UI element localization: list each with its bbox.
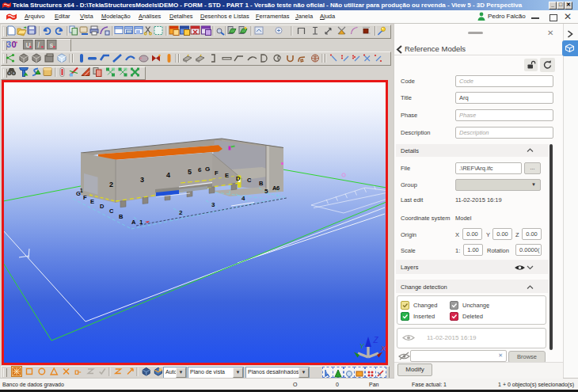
svg-text:D: D: [100, 203, 105, 210]
svg-text:F: F: [83, 194, 87, 201]
svg-text:B: B: [119, 213, 124, 220]
svg-text:5: 5: [264, 188, 268, 195]
svg-text:4: 4: [166, 171, 170, 179]
svg-text:s: s: [50, 41, 54, 49]
svg-text:E: E: [90, 198, 94, 205]
svg-text:F: F: [215, 169, 219, 177]
svg-text:3: 3: [6, 40, 11, 49]
svg-text:3: 3: [140, 176, 144, 184]
svg-text:6: 6: [276, 185, 279, 192]
svg-text:Y: Y: [359, 342, 365, 350]
svg-text:A: A: [131, 219, 136, 226]
svg-text:3: 3: [211, 201, 215, 208]
svg-text:C: C: [247, 177, 252, 184]
svg-text:B: B: [259, 180, 264, 187]
svg-text:Z: Z: [373, 336, 379, 344]
svg-text:6: 6: [198, 166, 202, 173]
svg-text:0: 0: [12, 40, 17, 49]
svg-text:D: D: [236, 175, 241, 182]
svg-text:5: 5: [188, 168, 192, 176]
svg-text:2: 2: [179, 209, 183, 216]
svg-text:1: 1: [80, 188, 83, 193]
svg-text:2: 2: [109, 181, 113, 188]
svg-text:G: G: [205, 166, 210, 173]
svg-text:4: 4: [241, 195, 245, 202]
svg-text:1: 1: [139, 219, 143, 226]
svg-text:X: X: [380, 344, 386, 352]
svg-text:C: C: [109, 207, 114, 215]
svg-text:E: E: [225, 172, 229, 179]
